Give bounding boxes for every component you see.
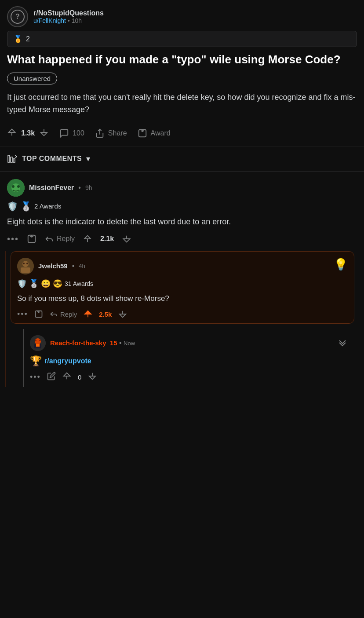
svg-point-25	[23, 263, 25, 264]
deep-more-button[interactable]: •••	[30, 373, 41, 382]
deep-nested-user-row: Reach-for-the-sky_15 • Now	[30, 335, 348, 351]
comment-user-row: MissionFever • 9h	[7, 179, 357, 197]
nested-award-2: 🥈	[29, 279, 39, 289]
user-time: u/FellKnight • 10h	[33, 17, 104, 24]
nested-downvote[interactable]	[118, 309, 127, 319]
deep-nested-actions: ••• 0	[30, 371, 348, 383]
svg-point-14	[12, 185, 15, 188]
comment-vote-count: 2.1k	[100, 235, 114, 243]
nested-award-1: 🛡️	[17, 279, 27, 289]
comment-count: 100	[73, 129, 84, 137]
action-bar: 1.3k 100 Share Award	[0, 123, 364, 146]
comment-avatar	[7, 179, 25, 197]
comment-dot: •	[78, 184, 81, 192]
top-level-comment: MissionFever • 9h 🛡️ 🥈 2 Awards Eight do…	[0, 172, 364, 251]
nested-award-4: 😎	[53, 279, 62, 289]
deep-nested-user-info: Reach-for-the-sky_15 • Now	[50, 339, 135, 347]
comment-upvote[interactable]	[83, 234, 92, 244]
svg-rect-38	[36, 344, 38, 347]
award-button[interactable]: Award	[138, 128, 171, 138]
svg-point-36	[39, 340, 41, 341]
subreddit-icon[interactable]: ?	[7, 6, 28, 27]
deep-nested-username[interactable]: Reach-for-the-sky_15	[50, 339, 117, 347]
lightbulb-icon: 💡	[334, 258, 348, 271]
deep-vote-count: 0	[78, 373, 81, 381]
award-icon-1: 🛡️	[7, 201, 18, 212]
reply-label: Reply	[57, 235, 75, 243]
award-icon-2: 🥈	[21, 201, 32, 212]
deep-edit-button[interactable]	[47, 372, 56, 382]
nested-user-row: Jwelch59 • 4h	[17, 258, 348, 274]
nested-username[interactable]: Jwelch59	[38, 262, 68, 270]
nested-dot: •	[72, 262, 75, 270]
svg-point-26	[26, 263, 28, 264]
comment-downvote[interactable]	[122, 234, 131, 244]
post-meta: r/NoStupidQuestions u/FellKnight • 10h	[33, 9, 104, 24]
deep-nested-avatar	[30, 335, 46, 351]
top-comments-label: TOP COMMENTS	[22, 155, 82, 163]
comment-username[interactable]: MissionFever	[29, 184, 74, 192]
svg-rect-39	[38, 344, 40, 347]
comment-body: Eight dots is the indicator to delete th…	[7, 216, 357, 228]
deep-nested-comment: Reach-for-the-sky_15 • Now 🏆 r/angryupvo…	[23, 329, 354, 387]
nested-award-button[interactable]	[34, 310, 43, 318]
sort-icon	[7, 154, 18, 164]
post-header: ? r/NoStupidQuestions u/FellKnight • 10h	[0, 0, 364, 31]
svg-rect-9	[8, 155, 10, 162]
award-emoji: 🏅	[14, 35, 22, 43]
sub-award-icon: 🏆	[30, 355, 42, 367]
award-badge: 🏅 2	[7, 31, 357, 47]
deep-nested-award-row: 🏆 r/angryupvote	[30, 355, 348, 367]
nested-comment: Jwelch59 • 4h 💡 🛡️ 🥈 😀 😎 31 Awards So if…	[11, 251, 354, 324]
deep-nested-dot: •	[119, 339, 124, 347]
share-button[interactable]: Share	[95, 128, 127, 138]
svg-text:?: ?	[15, 13, 20, 20]
upvote-button[interactable]	[7, 128, 17, 139]
nested-comment-container: Jwelch59 • 4h 💡 🛡️ 🥈 😀 😎 31 Awards So if…	[5, 251, 359, 388]
comment-time: 9h	[85, 184, 92, 191]
nested-reply-label: Reply	[60, 311, 77, 318]
username[interactable]: u/FellKnight	[33, 17, 66, 24]
nested-reply-button[interactable]: Reply	[49, 310, 77, 318]
downvote-button[interactable]	[39, 128, 49, 139]
nested-awards-count: 31 Awards	[65, 280, 93, 287]
comment-award-button[interactable]	[27, 234, 36, 244]
sub-link[interactable]: r/angryupvote	[44, 357, 91, 365]
subreddit-name[interactable]: r/NoStupidQuestions	[33, 9, 104, 17]
nested-avatar	[17, 258, 34, 274]
vote-group: 1.3k	[7, 128, 49, 139]
comments-button[interactable]: 100	[59, 128, 84, 138]
comment-section: MissionFever • 9h 🛡️ 🥈 2 Awards Eight do…	[0, 172, 364, 388]
nested-time: 4h	[79, 263, 85, 269]
nested-awards-row: 🛡️ 🥈 😀 😎 31 Awards	[17, 279, 348, 289]
comment-actions: ••• Reply	[7, 234, 357, 251]
vote-count: 1.3k	[21, 129, 35, 137]
nested-comment-inner: Jwelch59 • 4h 💡 🛡️ 🥈 😀 😎 31 Awards So if…	[17, 258, 348, 319]
unanswered-badge[interactable]: Unanswered	[7, 73, 57, 84]
share-label: Share	[108, 129, 127, 137]
award-label: Award	[151, 129, 171, 137]
top-comments-bar[interactable]: TOP COMMENTS ▾	[0, 146, 364, 172]
svg-point-34	[35, 338, 41, 344]
post-time: 10h	[72, 17, 82, 24]
nested-upvote[interactable]	[83, 309, 93, 319]
sort-chevron[interactable]: ▾	[86, 154, 90, 164]
svg-point-35	[35, 340, 36, 341]
deep-nested-time: Now	[124, 340, 135, 347]
comment-reply-button[interactable]: Reply	[44, 234, 75, 244]
svg-point-15	[17, 185, 20, 188]
post-title: What happened if you made a "typo" wile …	[0, 52, 364, 73]
comment-more-button[interactable]: •••	[7, 234, 19, 244]
nested-vote-count: 2.5k	[99, 311, 112, 318]
nested-award-3: 😀	[41, 279, 51, 289]
svg-rect-10	[11, 157, 12, 162]
time-separator: •	[68, 17, 72, 24]
deep-nested-container: Reach-for-the-sky_15 • Now 🏆 r/angryupvo…	[11, 329, 354, 387]
post-body: It just occurred to me that you can't re…	[0, 91, 364, 123]
comment-awards-count: 2 Awards	[34, 202, 61, 210]
deep-upvote[interactable]	[62, 371, 72, 383]
nested-more-button[interactable]: •••	[17, 310, 28, 319]
deep-downvote[interactable]	[87, 371, 97, 383]
nested-comment-body: So if you mess up, 8 dots will show re-M…	[17, 293, 348, 304]
expand-collapse-button[interactable]	[337, 336, 348, 350]
